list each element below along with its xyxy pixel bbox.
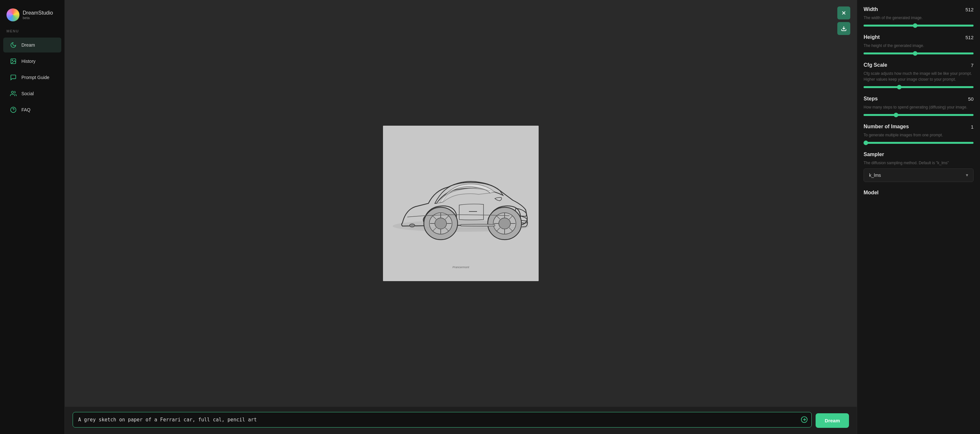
model-header: Model [864,190,974,196]
sampler-select[interactable]: k_lms k_euler k_euler_ancestral k_dpm_2 … [864,168,974,182]
sidebar-item-faq[interactable]: FAQ [3,102,61,117]
width-slider[interactable] [864,25,974,27]
cfg-scale-setting: Cfg Scale 7 Cfg scale adjusts how much t… [864,62,974,88]
num-images-header: Number of Images 1 [864,124,974,130]
send-icon[interactable] [801,416,808,425]
social-label: Social [21,91,34,96]
num-images-desc: To generate multiple images from one pro… [864,132,974,138]
steps-value: 50 [968,96,974,102]
users-icon [10,90,17,97]
width-desc: The width of the generated image. [864,15,974,21]
sidebar-item-history[interactable]: History [3,54,61,69]
sidebar: DreamStudio beta MENU Dream History Prom… [0,0,65,434]
prompt-bar: Dream [65,407,857,434]
logo-text: DreamStudio beta [23,10,53,20]
sidebar-item-dream[interactable]: Dream [3,38,61,52]
width-header: Width 512 [864,6,974,12]
cfg-scale-slider[interactable] [864,86,974,88]
sampler-desc: The diffusion sampling method. Default i… [864,160,974,166]
height-desc: The height of the generated image. [864,43,974,49]
steps-label: Steps [864,96,878,102]
logo-icon [6,8,19,21]
cfg-scale-desc: Cfg scale adjusts how much the image wil… [864,71,974,82]
faq-label: FAQ [21,107,30,112]
right-panel: Width 512 The width of the generated ima… [857,0,980,434]
app-beta: beta [23,16,53,20]
app-name: DreamStudio [23,10,53,16]
generated-image: Prancermont [383,126,539,281]
image-actions [837,6,850,35]
help-icon [10,106,17,113]
svg-rect-5 [383,126,539,281]
download-image-button[interactable] [837,22,850,35]
history-label: History [21,59,36,64]
width-label: Width [864,6,878,12]
sampler-label: Sampler [864,152,884,157]
menu-label: MENU [0,29,65,37]
num-images-value: 1 [971,124,974,130]
steps-header: Steps 50 [864,96,974,102]
sampler-header: Sampler [864,152,974,157]
height-setting: Height 512 The height of the generated i… [864,34,974,54]
prompt-input[interactable] [73,412,812,428]
steps-slider[interactable] [864,114,974,116]
height-value: 512 [966,35,974,40]
model-label: Model [864,190,878,196]
svg-point-2 [11,91,14,93]
prompt-guide-label: Prompt Guide [21,75,49,80]
cfg-scale-label: Cfg Scale [864,62,887,68]
steps-setting: Steps 50 How many steps to spend generat… [864,96,974,116]
num-images-setting: Number of Images 1 To generate multiple … [864,124,974,144]
model-setting: Model [864,190,974,196]
svg-point-20 [499,218,511,229]
svg-point-30 [410,224,415,227]
logo-area: DreamStudio beta [0,5,65,29]
prompt-input-wrapper [73,412,812,429]
image-icon [10,58,17,65]
chat-icon [10,74,17,81]
sidebar-item-social[interactable]: Social [3,86,61,101]
main-content: Prancermont [65,0,857,434]
sampler-setting: Sampler The diffusion sampling method. D… [864,152,974,182]
width-value: 512 [966,7,974,12]
image-area: Prancermont [65,0,857,407]
svg-point-1 [12,60,13,61]
cfg-scale-value: 7 [971,62,974,68]
width-setting: Width 512 The width of the generated ima… [864,6,974,27]
num-images-slider[interactable] [864,142,974,144]
close-image-button[interactable] [837,6,850,19]
svg-text:Prancermont: Prancermont [452,266,469,269]
steps-desc: How many steps to spend generating (diff… [864,104,974,110]
num-images-label: Number of Images [864,124,909,130]
dream-button[interactable]: Dream [816,413,849,428]
sidebar-item-prompt-guide[interactable]: Prompt Guide [3,70,61,85]
sampler-dropdown-wrapper: k_lms k_euler k_euler_ancestral k_dpm_2 … [864,168,974,182]
height-slider[interactable] [864,52,974,54]
moon-icon [10,41,17,49]
cfg-scale-header: Cfg Scale 7 [864,62,974,68]
dream-label: Dream [21,43,35,48]
svg-point-9 [435,218,447,229]
height-label: Height [864,34,880,40]
height-header: Height 512 [864,34,974,40]
